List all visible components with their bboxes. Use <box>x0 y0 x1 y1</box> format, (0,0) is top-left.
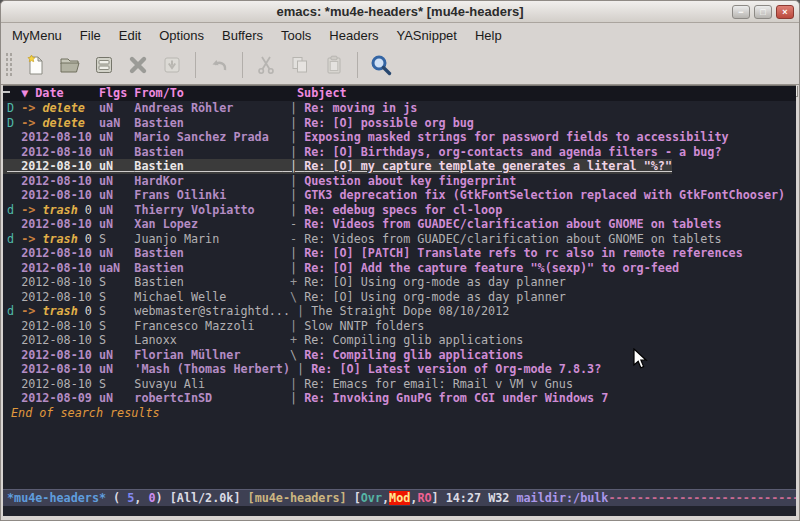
message-row[interactable]: 2012-08-10 uN Xan Lopez - Re: Videos fro… <box>7 217 796 232</box>
text-cursor <box>3 91 10 93</box>
menu-file[interactable]: File <box>71 26 110 45</box>
modeline-segment: , <box>134 491 148 505</box>
message-row[interactable]: 2012-08-10 uN Frans Oilinki | GTK3 depre… <box>7 188 796 203</box>
undo-icon <box>202 50 236 80</box>
menu-tools[interactable]: Tools <box>272 26 320 45</box>
modeline-segment: ( <box>106 491 127 505</box>
modeline-segment: 14:27 W32 <box>446 491 517 505</box>
message-row[interactable]: 2012-08-10 uN Mario Sanchez Prada | Expo… <box>7 130 796 145</box>
mu4e-headers-buffer: ▼ Date Flgs From/To Subject D -> delete … <box>3 85 796 516</box>
modeline-segment: ) <box>156 491 170 505</box>
menu-options[interactable]: Options <box>150 26 213 45</box>
message-row[interactable]: 2012-08-10 uN HardKor | Question about k… <box>7 174 796 189</box>
minimize-button[interactable]: − <box>732 5 750 19</box>
modeline-segment: [mu4e-headers] <box>248 491 354 505</box>
toolbar-gripper[interactable] <box>5 52 12 78</box>
message-row[interactable]: 2012-08-09 uN robertcInSD | Re: Invoking… <box>7 391 796 406</box>
modeline-segment: [All/2.0k] <box>170 491 248 505</box>
headers-column-header: ▼ Date Flgs From/To Subject <box>3 86 796 101</box>
emacs-window: emacs: *mu4e-headers* [mu4e-headers] − □… <box>0 0 800 521</box>
menu-bar: MyMenu File Edit Options Buffers Tools H… <box>1 24 799 46</box>
message-row[interactable]: 2012-08-10 uN Bastien | Re: [O] my captu… <box>3 159 672 174</box>
menu-help[interactable]: Help <box>466 26 511 45</box>
message-row[interactable]: 2012-08-10 uN 'Mash (Thomas Herbert) | R… <box>7 362 796 377</box>
window-controls: − □ × <box>732 5 794 19</box>
mouse-cursor <box>633 348 648 370</box>
modeline-segment: *mu4e-headers* <box>7 491 106 505</box>
search-icon[interactable] <box>364 50 398 80</box>
message-row[interactable]: d -> trash 0 uN Thierry Volpiatto | Re: … <box>7 203 796 218</box>
modeline-segment: RO <box>417 491 431 505</box>
toolbar-separator <box>242 52 243 78</box>
mode-line[interactable]: *mu4e-headers* ( 5, 0) [All/2.0k] [mu4e-… <box>3 489 796 506</box>
cut-icon <box>249 50 283 80</box>
modeline-segment: ] <box>432 491 446 505</box>
message-row[interactable]: 2012-08-10 S Suvayu Ali | Re: Emacs for … <box>7 377 796 392</box>
modeline-segment: 0 <box>149 491 156 505</box>
modeline-segment: ------------------------------ <box>608 491 796 505</box>
menu-yasnippet[interactable]: YASnippet <box>387 26 465 45</box>
new-file-icon[interactable] <box>19 50 53 80</box>
save-as-icon <box>155 50 189 80</box>
maximize-button[interactable]: □ <box>754 5 772 19</box>
message-row[interactable]: 2012-08-10 S Michael Welle \ Re: [O] Usi… <box>7 290 796 305</box>
modeline-segment: Mod <box>389 491 410 505</box>
message-row[interactable]: d -> trash 0 S Juanjo Marin - Re: Videos… <box>7 232 796 247</box>
modeline-segment: [ <box>354 491 361 505</box>
open-folder-icon[interactable] <box>53 50 87 80</box>
message-row[interactable]: D -> delete uaN Bastien | Re: [O] possib… <box>7 116 796 131</box>
copy-icon <box>283 50 317 80</box>
toolbar <box>1 46 799 85</box>
header-rows: D -> delete uN Andreas Röhler | Re: movi… <box>3 101 796 420</box>
close-buffer-icon[interactable] <box>121 50 155 80</box>
message-row[interactable]: D -> delete uN Andreas Röhler | Re: movi… <box>7 101 796 116</box>
end-of-results-text: End of search results <box>7 406 796 421</box>
toolbar-separator <box>195 52 196 78</box>
paste-icon <box>317 50 351 80</box>
menu-headers[interactable]: Headers <box>320 26 387 45</box>
modeline-segment: Ovr <box>361 491 382 505</box>
message-row[interactable]: 2012-08-10 uN Bastien | Re: [O] Birthday… <box>7 145 796 160</box>
message-row[interactable]: 2012-08-10 uaN Bastien | Re: [O] Add the… <box>7 261 796 276</box>
menu-mymenu[interactable]: MyMenu <box>3 26 71 45</box>
message-row[interactable]: d -> trash 0 S webmaster@straightd... | … <box>7 304 796 319</box>
close-button[interactable]: × <box>776 5 794 19</box>
echo-area <box>3 506 796 516</box>
save-icon[interactable] <box>87 50 121 80</box>
message-row[interactable]: 2012-08-10 uN Florian Müllner \ Re: Comp… <box>7 348 796 363</box>
menu-edit[interactable]: Edit <box>110 26 150 45</box>
window-title: emacs: *mu4e-headers* [mu4e-headers] <box>1 4 799 19</box>
message-row[interactable]: 2012-08-10 S Francesco Mazzoli | Slow NN… <box>7 319 796 334</box>
message-row[interactable]: 2012-08-10 S Lanoxx + Re: Compiling glib… <box>7 333 796 348</box>
toolbar-separator <box>357 52 358 78</box>
message-row[interactable]: 2012-08-10 S Bastien + Re: [O] Using org… <box>7 275 796 290</box>
message-row[interactable]: 2012-08-10 uN Bastien | Re: [O] [PATCH] … <box>7 246 796 261</box>
modeline-segment: maildir:/bulk <box>516 491 608 505</box>
menu-buffers[interactable]: Buffers <box>213 26 272 45</box>
titlebar[interactable]: emacs: *mu4e-headers* [mu4e-headers] − □… <box>1 1 799 23</box>
